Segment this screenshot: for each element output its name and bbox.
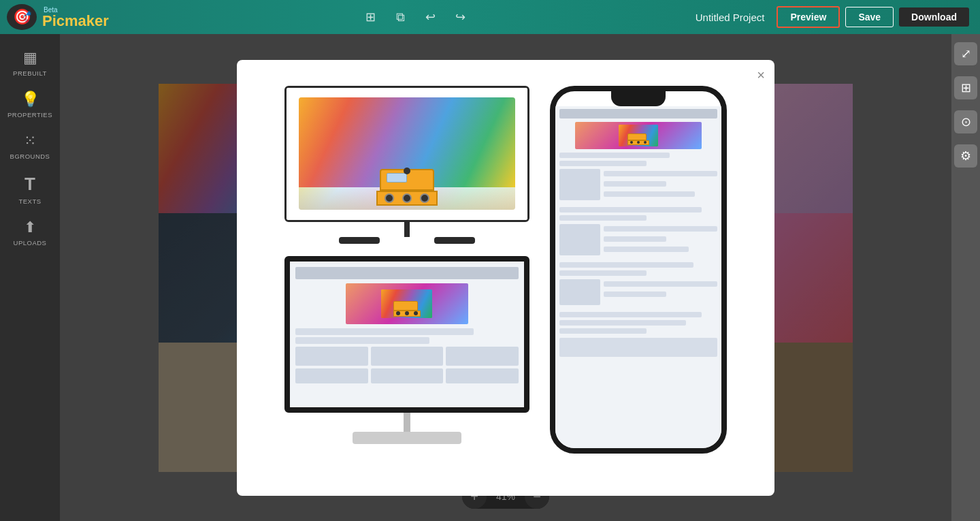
top-navbar: 🎯 Beta Picmaker ⊞ ⧉ ↩ ↪ Untitled Project… [0,0,980,34]
ds-grid-2 [371,347,444,366]
sidebar-label-properties: PROPERTIES [7,111,52,119]
phone-device [550,86,727,454]
preview-devices [261,86,750,454]
save-button[interactable]: Save [845,7,894,27]
sidebar-label-texts: TEXTS [18,198,41,205]
sidebar-item-properties[interactable]: 💡 PROPERTIES [0,82,60,124]
prebuilt-icon: ▦ [23,49,37,67]
canvas-area: + 41% − × [60,34,951,521]
ph-row-2 [559,161,647,166]
logo-area: 🎯 Beta Picmaker [0,4,136,30]
preview-modal: × [237,60,774,496]
desktop-monitor [284,256,529,444]
ds-image-banner [346,283,468,324]
sidebar-item-texts[interactable]: T TEXTS [0,165,60,210]
ph-header-bar [559,109,717,119]
ds-grid [295,347,519,383]
ds-grid-3 [446,347,519,366]
texts-icon: T [24,174,35,195]
ph-footer-3 [559,328,647,334]
preview-left-column [284,86,529,444]
tv-monitor [284,86,529,244]
download-button[interactable]: Download [899,7,969,27]
sidebar-label-bgrounds: BGROUNDS [10,153,50,160]
tv-bus-scene [287,88,527,220]
ph-inner-row-2 [604,181,666,187]
target-btn[interactable]: ⊙ [954,110,977,133]
tv-foot-left [339,237,380,244]
sidebar-item-prebuilt[interactable]: ▦ PREBUILT [0,41,60,82]
sidebar-label-uploads: UPLOADS [14,239,47,247]
preview-button[interactable]: Preview [777,6,840,28]
sidebar-item-uploads[interactable]: ⬆ UPLOADS [0,210,60,252]
ds-grid-6 [446,368,519,383]
phone-notch [611,91,666,106]
right-sidebar: ⤢ ⊞ ⊙ ⚙ [951,34,980,521]
bgrounds-icon: ⁙ [24,132,36,150]
desktop-stand-base [353,432,461,444]
settings-btn[interactable]: ⚙ [954,144,977,168]
desktop-stand-neck [404,413,410,432]
ph-inner-row-4 [604,226,717,232]
properties-icon: 💡 [21,91,39,108]
ph-inner-row-1 [604,171,717,176]
ds-grid-4 [295,368,368,383]
ph-row-4 [559,270,647,276]
ph-inner-row-6 [604,247,689,252]
sidebar-label-prebuilt: PREBUILT [13,69,47,77]
ph-block-2 [559,224,600,255]
ds-row-2 [295,337,429,344]
modal-close-button[interactable]: × [757,68,765,82]
desktop-screen [284,256,529,413]
tv-foot-right [434,237,475,244]
logo-icon: 🎯 [7,4,37,30]
logo-text: Beta Picmaker [42,6,109,29]
desktop-screen-inner [290,262,524,407]
sidebar-item-bgrounds[interactable]: ⁙ BGROUNDS [0,124,60,165]
app-name: Picmaker [42,14,109,29]
ph-inner-row-8 [604,291,666,297]
ph-footer-1 [559,312,702,317]
phone-screen [555,106,721,448]
ph-footer-block [559,338,717,357]
main-layout: ▦ PREBUILT 💡 PROPERTIES ⁙ BGROUNDS T TEX… [0,34,980,521]
ph-image-banner [575,122,702,149]
ph-block-1 [559,169,600,200]
ds-header-bar [295,267,519,279]
ph-block-3 [559,279,600,305]
grid-tool-btn[interactable]: ⊞ [360,6,382,28]
tv-stand-neck [404,222,410,237]
duplicate-tool-btn[interactable]: ⧉ [390,6,412,28]
modal-overlay: × [60,34,951,521]
ph-row-3 [559,262,693,268]
ph-footer-2 [559,320,686,326]
nav-tools: ⊞ ⧉ ↩ ↪ [136,6,696,28]
ph-inner-row-7 [604,281,717,287]
move-tool-btn[interactable]: ⤢ [954,42,977,65]
nav-right: Untitled Project Preview Save Download [696,6,980,28]
grid-view-btn[interactable]: ⊞ [954,76,977,99]
ph-inner-row-5 [604,236,666,242]
project-title: Untitled Project [696,12,765,23]
undo-btn[interactable]: ↩ [420,6,442,28]
redo-btn[interactable]: ↪ [450,6,472,28]
ds-row-1 [295,328,474,335]
ph-sep-2 [559,215,647,221]
ph-sep-1 [559,207,702,212]
left-sidebar: ▦ PREBUILT 💡 PROPERTIES ⁙ BGROUNDS T TEX… [0,34,60,521]
uploads-icon: ⬆ [24,219,36,236]
tv-screen [284,86,529,222]
ds-grid-5 [371,368,444,383]
ds-grid-1 [295,347,368,366]
ph-inner-row-3 [604,191,695,197]
ph-row-1 [559,153,670,158]
